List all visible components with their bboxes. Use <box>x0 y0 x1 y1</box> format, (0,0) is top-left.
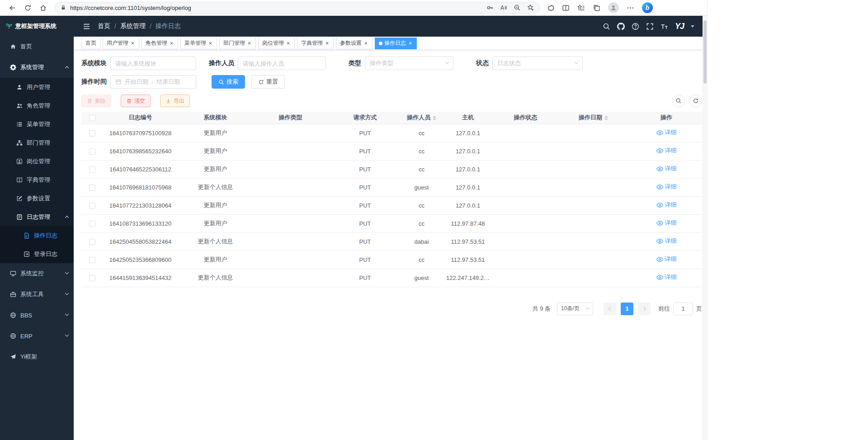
split-screen-icon[interactable] <box>562 4 570 12</box>
close-icon[interactable]: × <box>130 40 135 47</box>
read-aloud-icon[interactable] <box>500 4 507 11</box>
sidebar-item-home[interactable]: 首页 <box>0 36 74 57</box>
sidebar-item-dept-mgmt[interactable]: 部门管理 <box>0 133 74 152</box>
col-operator[interactable]: 操作人员 <box>402 112 441 124</box>
detail-link[interactable]: 详细 <box>656 255 677 263</box>
sort-icon[interactable] <box>433 114 436 122</box>
tab-oper-log[interactable]: 操作日志× <box>375 38 417 49</box>
extensions-puzzle-icon[interactable] <box>547 4 554 12</box>
sidebar-item-sys-monitor[interactable]: 系统监控 <box>0 263 74 284</box>
tab-dict-mgmt[interactable]: 字典管理× <box>297 38 334 49</box>
next-page-button[interactable] <box>638 303 651 315</box>
tab-home[interactable]: 首页 <box>81 38 100 49</box>
favorites-bar-icon[interactable] <box>577 4 585 12</box>
sidebar-item-post-mgmt[interactable]: 岗位管理 <box>0 152 74 170</box>
collections-icon[interactable] <box>593 4 600 12</box>
date-range-picker[interactable]: 开始日期 - 结束日期 <box>110 75 196 89</box>
close-icon[interactable]: × <box>169 40 174 47</box>
close-icon[interactable]: × <box>247 40 252 47</box>
status-select[interactable]: 日志状态 <box>492 57 583 70</box>
sidebar-item-yi-framework[interactable]: Yi框架 <box>0 346 74 367</box>
sidebar-item-dict-mgmt[interactable]: 字典管理 <box>0 170 74 189</box>
prev-page-button[interactable] <box>604 303 616 315</box>
sidebar-item-param-settings[interactable]: 参数设置 <box>0 189 74 208</box>
row-checkbox[interactable] <box>89 275 95 281</box>
sidebar-item-bbs[interactable]: BBS <box>0 305 74 326</box>
row-checkbox[interactable] <box>89 257 95 263</box>
sidebar-item-erp[interactable]: ERP <box>0 326 74 346</box>
col-date[interactable]: 操作日期 <box>556 112 631 124</box>
delete-button[interactable]: 删除 <box>81 95 111 107</box>
search-icon[interactable] <box>603 23 610 30</box>
type-select[interactable]: 操作类型 <box>365 57 453 70</box>
row-checkbox[interactable] <box>89 148 95 155</box>
toggle-search-button[interactable] <box>672 95 685 107</box>
sidebar-item-log-mgmt[interactable]: 日志管理 <box>0 208 74 226</box>
caret-down-icon[interactable] <box>691 25 694 28</box>
sidebar-item-oper-log[interactable]: 操作日志 <box>0 226 74 245</box>
detail-link[interactable]: 详细 <box>656 183 677 191</box>
operator-input[interactable] <box>238 57 326 70</box>
detail-link[interactable]: 详细 <box>656 201 677 209</box>
row-checkbox[interactable] <box>89 221 95 227</box>
add-favorite-star-icon[interactable] <box>527 4 534 11</box>
yj-logo[interactable]: YJ <box>675 22 684 31</box>
scrollbar-thumb[interactable] <box>703 20 707 84</box>
close-icon[interactable]: × <box>208 40 213 47</box>
page-number-1[interactable]: 1 <box>621 303 633 315</box>
zoom-out-icon[interactable] <box>514 4 521 11</box>
tab-post-mgmt[interactable]: 岗位管理× <box>258 38 295 49</box>
row-checkbox[interactable] <box>89 166 95 173</box>
row-checkbox[interactable] <box>89 130 95 137</box>
breadcrumb-home[interactable]: 首页 <box>98 22 110 30</box>
fullscreen-icon[interactable] <box>646 23 654 30</box>
sidebar-item-system-mgmt[interactable]: 系统管理 <box>0 57 74 78</box>
module-input[interactable] <box>110 57 196 70</box>
row-checkbox[interactable] <box>89 185 95 191</box>
close-icon[interactable]: × <box>286 40 291 47</box>
home-button[interactable] <box>35 1 51 14</box>
page-size-select[interactable]: 10条/页 <box>557 303 593 315</box>
tab-role-mgmt[interactable]: 角色管理× <box>142 38 178 49</box>
close-icon[interactable]: × <box>363 40 368 47</box>
row-checkbox[interactable] <box>89 203 95 209</box>
back-button[interactable] <box>5 1 20 14</box>
refresh-table-button[interactable] <box>689 95 702 107</box>
tab-dept-mgmt[interactable]: 部门管理× <box>219 38 256 49</box>
password-key-icon[interactable] <box>486 4 494 11</box>
vertical-scrollbar[interactable] <box>703 16 707 440</box>
sidebar-item-user-mgmt[interactable]: 用户管理 <box>0 78 74 96</box>
detail-link[interactable]: 详细 <box>656 165 677 173</box>
breadcrumb-system-mgmt[interactable]: 系统管理 <box>120 22 146 30</box>
sidebar-item-role-mgmt[interactable]: 角色管理 <box>0 96 74 115</box>
detail-link[interactable]: 详细 <box>656 147 677 155</box>
detail-link[interactable]: 详细 <box>656 273 677 281</box>
search-button[interactable]: 搜索 <box>212 75 245 89</box>
tab-param-settings[interactable]: 参数设置× <box>336 38 373 49</box>
github-icon[interactable] <box>617 23 625 30</box>
close-icon[interactable]: × <box>408 40 413 47</box>
detail-link[interactable]: 详细 <box>656 237 677 245</box>
address-bar[interactable]: https://ccnetcore.com:1101/system/log/op… <box>54 2 540 14</box>
font-size-icon[interactable] <box>660 23 668 30</box>
detail-link[interactable]: 详细 <box>656 219 677 227</box>
more-menu-ellipsis-icon[interactable] <box>627 4 634 12</box>
sort-icon[interactable] <box>604 114 608 122</box>
select-all-checkbox[interactable] <box>89 115 95 121</box>
sidebar-item-login-log[interactable]: 登录日志 <box>0 245 74 263</box>
goto-page-input[interactable] <box>673 303 693 315</box>
clear-button[interactable]: 清空 <box>121 95 151 107</box>
tab-menu-mgmt[interactable]: 菜单管理× <box>180 38 217 49</box>
export-button[interactable]: 导出 <box>160 95 190 107</box>
tab-user-mgmt[interactable]: 用户管理× <box>103 38 139 49</box>
sidebar-item-sys-tools[interactable]: 系统工具 <box>0 284 74 305</box>
profile-avatar[interactable] <box>608 2 619 13</box>
row-checkbox[interactable] <box>89 239 95 245</box>
reset-button[interactable]: 重置 <box>251 75 285 89</box>
close-icon[interactable]: × <box>325 40 330 47</box>
sidebar-collapse-toggle[interactable] <box>83 23 90 30</box>
refresh-button[interactable] <box>20 1 35 14</box>
sidebar-item-menu-mgmt[interactable]: 菜单管理 <box>0 115 74 133</box>
bing-copilot-icon[interactable] <box>642 2 653 13</box>
help-icon[interactable] <box>632 23 639 30</box>
